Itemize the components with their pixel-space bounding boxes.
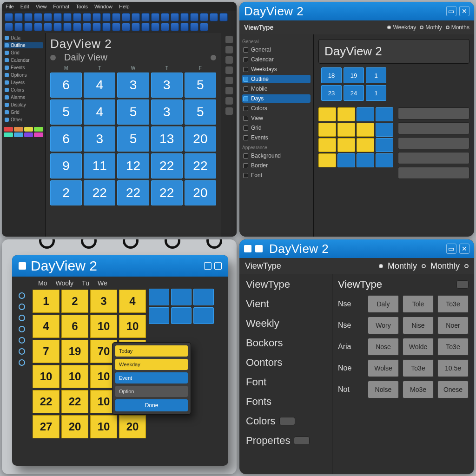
- property-item[interactable]: Weekly: [246, 317, 325, 330]
- option-row[interactable]: View: [242, 114, 311, 122]
- close-button[interactable]: ✕: [459, 6, 469, 16]
- toolbar-icon[interactable]: [73, 23, 81, 31]
- properties-list[interactable]: ViewTypeVientWeeklyBockorsOontorsFontFon…: [239, 274, 332, 474]
- toolbar-icon[interactable]: [53, 23, 62, 31]
- menu-view[interactable]: View: [36, 4, 47, 9]
- tool-icon[interactable]: [225, 46, 233, 53]
- option-row[interactable]: Background: [242, 152, 311, 160]
- side-button[interactable]: [398, 122, 469, 134]
- toolbar-icon[interactable]: [24, 13, 33, 21]
- menu-window[interactable]: Window: [94, 4, 112, 9]
- sidebar-item[interactable]: Display: [4, 102, 43, 108]
- value-cell[interactable]: Nise: [403, 317, 434, 334]
- swatch[interactable]: [24, 132, 33, 137]
- option-row[interactable]: Mobile: [242, 85, 311, 93]
- row-radio-icon[interactable]: [19, 292, 25, 299]
- swatch[interactable]: [14, 127, 23, 132]
- radio-icon[interactable]: [464, 264, 469, 268]
- toolbar-icon[interactable]: [63, 13, 72, 21]
- checkbox-icon[interactable]: [243, 163, 248, 168]
- done-button[interactable]: Done: [115, 399, 188, 411]
- toolbar-icon[interactable]: [151, 13, 159, 21]
- option-row[interactable]: Events: [242, 133, 311, 142]
- toolbar-icon[interactable]: [171, 23, 179, 31]
- menubar[interactable]: File Edit View Format Tools Window Help: [2, 2, 237, 11]
- color-cell[interactable]: [318, 153, 336, 167]
- value-cell[interactable]: To3e: [403, 359, 434, 377]
- toolbar-icon[interactable]: [210, 13, 218, 21]
- toolbar-icon[interactable]: [5, 13, 13, 21]
- checkbox-icon[interactable]: [243, 86, 248, 92]
- viewtype-option[interactable]: Mothly: [420, 24, 442, 31]
- calendar-cell[interactable]: 19: [61, 340, 88, 363]
- value-slot[interactable]: [294, 436, 310, 445]
- calendar-cell[interactable]: 4: [84, 99, 115, 125]
- minimize-button[interactable]: ▭: [446, 244, 456, 254]
- calendar-cell[interactable]: 27: [33, 415, 60, 438]
- toolbar-icon[interactable]: [151, 23, 159, 31]
- toolbar-icon[interactable]: [102, 23, 111, 31]
- toolbar-icon[interactable]: [93, 23, 101, 31]
- tool-icon[interactable]: [225, 87, 233, 94]
- calendar-cell[interactable]: 3: [151, 99, 183, 125]
- checkbox-icon[interactable]: [243, 47, 248, 53]
- sidebar-item[interactable]: Grid: [4, 50, 43, 56]
- header-button[interactable]: [214, 262, 222, 270]
- mini-cell[interactable]: 23: [321, 85, 342, 101]
- popup-row[interactable]: Today: [115, 345, 188, 357]
- property-item[interactable]: Colors: [246, 415, 325, 427]
- row-radio-icon[interactable]: [19, 315, 25, 321]
- checkbox-icon[interactable]: [243, 135, 248, 140]
- viewtype-option[interactable]: Weekday: [387, 24, 416, 31]
- calendar-cell[interactable]: 20: [61, 415, 88, 438]
- calendar-cell[interactable]: 20: [185, 126, 216, 152]
- toolbar-icon[interactable]: [161, 13, 169, 21]
- menu-file[interactable]: File: [6, 4, 14, 9]
- value-cell[interactable]: Nose: [368, 338, 399, 356]
- toolbar-icon[interactable]: [102, 13, 111, 21]
- calendar-cell[interactable]: 4: [84, 73, 115, 98]
- calendar-cell[interactable]: 4: [33, 315, 60, 338]
- calendar-cell[interactable]: 4: [119, 290, 146, 313]
- calendar-cell[interactable]: 11: [84, 153, 115, 178]
- color-cell[interactable]: [376, 107, 393, 121]
- toolbar-icon[interactable]: [44, 23, 52, 31]
- property-item[interactable]: Vient: [246, 298, 325, 310]
- color-cell[interactable]: [357, 107, 374, 121]
- calendar-cell[interactable]: 22: [117, 180, 149, 205]
- toolbar-icon[interactable]: [200, 23, 208, 31]
- toolbar-icon[interactable]: [141, 23, 150, 31]
- calendar-cell[interactable]: 10: [90, 315, 117, 338]
- tool-icon[interactable]: [225, 77, 233, 84]
- color-cell[interactable]: [357, 123, 374, 137]
- mini-cell[interactable]: 1: [366, 67, 386, 83]
- option-row[interactable]: Font: [242, 171, 311, 179]
- toolbar-icon[interactable]: [53, 13, 62, 21]
- toolbar-icon[interactable]: [83, 23, 91, 31]
- value-cell[interactable]: Tole: [403, 295, 434, 313]
- calendar-cell[interactable]: 1: [33, 290, 60, 313]
- toolbar-icon[interactable]: [63, 23, 72, 31]
- property-item[interactable]: Propertes: [246, 435, 325, 447]
- value-cell[interactable]: To3e: [437, 338, 469, 356]
- viewtype-option[interactable]: Months: [446, 24, 469, 31]
- menu-tools[interactable]: Tools: [76, 4, 88, 9]
- tool-icon[interactable]: [225, 66, 233, 74]
- calendar-cell[interactable]: 10: [33, 365, 60, 388]
- toolbar-icon[interactable]: [132, 13, 140, 21]
- header-button[interactable]: [204, 262, 212, 270]
- toolbar-icon[interactable]: [73, 13, 81, 21]
- row-radio-icon[interactable]: [19, 304, 25, 310]
- calendar-cell[interactable]: 3: [117, 73, 149, 98]
- toolbar-icon[interactable]: [190, 23, 198, 31]
- color-cell[interactable]: [376, 138, 393, 152]
- calendar-cell[interactable]: 2: [50, 180, 82, 205]
- checkbox-icon[interactable]: [243, 126, 248, 131]
- toolbar-icon[interactable]: [180, 23, 189, 31]
- titlebar[interactable]: DayView 2 ▭ ✕: [239, 239, 474, 258]
- sidebar-item[interactable]: Colors: [4, 87, 43, 93]
- row-radio-icon[interactable]: [19, 337, 25, 344]
- viewtype-option[interactable]: Monthly: [430, 261, 460, 271]
- row-radio-icon[interactable]: [19, 359, 25, 366]
- color-palette[interactable]: [4, 127, 43, 137]
